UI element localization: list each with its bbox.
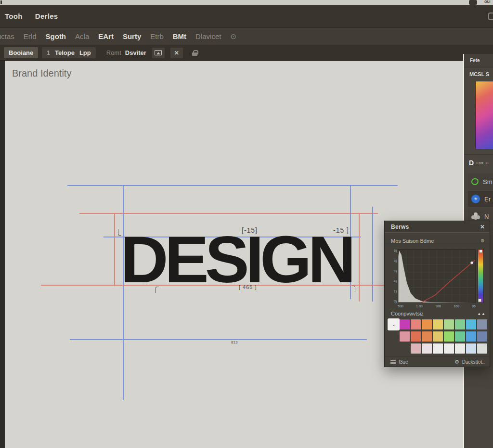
- guide-blue-horizontal-top[interactable]: [67, 185, 398, 186]
- left-edge-strip: [0, 61, 5, 448]
- menu-item-surty[interactable]: Surty: [123, 32, 141, 40]
- swatches-title: Coonpvwvtsiz: [391, 311, 424, 316]
- tool-label: Erot: [476, 161, 483, 165]
- color-picker-gradient[interactable]: [475, 81, 493, 149]
- guide-blue-vertical-far-right[interactable]: [372, 207, 373, 302]
- gray-cloud-icon: [474, 212, 478, 216]
- toolbar-button-2[interactable]: Lpp: [79, 49, 91, 56]
- lock-button[interactable]: [189, 48, 201, 58]
- sidebar-item-0[interactable]: Sm: [468, 173, 493, 190]
- swatch[interactable]: [400, 319, 410, 329]
- swatch[interactable]: [411, 343, 421, 354]
- swatch[interactable]: [455, 331, 465, 342]
- swatch[interactable]: [466, 319, 476, 329]
- footer-right-label: Dacksttot..: [462, 359, 485, 365]
- x-tick: 160: [454, 304, 459, 308]
- footer-left[interactable]: I3ue: [390, 359, 408, 365]
- swatch[interactable]: [477, 331, 487, 342]
- menu-item-⊙[interactable]: ⊙: [230, 32, 236, 41]
- swatch[interactable]: [477, 319, 487, 329]
- user-mark: ✳: [474, 197, 478, 201]
- menu-item-eart[interactable]: EArt: [98, 32, 114, 40]
- swatch[interactable]: [422, 343, 432, 354]
- swatch[interactable]: [444, 331, 454, 342]
- x-tick: 188: [435, 304, 441, 308]
- image-button[interactable]: [152, 48, 165, 58]
- swatch[interactable]: [455, 319, 465, 329]
- guide-blue-horizontal-bottom[interactable]: [70, 339, 367, 340]
- toolbar-button-1[interactable]: Telope: [55, 49, 75, 56]
- spectrum-marker-top[interactable]: [479, 250, 482, 253]
- swatch[interactable]: [455, 343, 465, 354]
- curves-chart: 6)8)9)4)1)0) 5001.0018816006: [390, 249, 486, 310]
- menu-item-derles[interactable]: Derles: [35, 12, 58, 20]
- swatch[interactable]: [444, 343, 454, 354]
- toolbar-label-dim: Romt: [106, 49, 121, 56]
- swatch[interactable]: [444, 319, 454, 329]
- menu-item-sgoth[interactable]: Sgoth: [46, 32, 66, 40]
- curve-point[interactable]: [471, 262, 473, 264]
- artboard-title: Brand Identity: [12, 68, 71, 79]
- spectrum-marker-bottom[interactable]: [478, 299, 481, 302]
- menu-item-bmt[interactable]: BMt: [173, 32, 186, 40]
- menu-item-erld[interactable]: Erld: [24, 32, 37, 40]
- blue-user-icon: ✳: [471, 195, 480, 203]
- curves-plot[interactable]: [398, 249, 476, 303]
- panel-footer: I3ue ⚙ Dacksttot..: [385, 356, 490, 368]
- footer-right[interactable]: ⚙ Dacksttot..: [454, 359, 485, 365]
- sidebar-item-1[interactable]: ✳ Er: [468, 191, 493, 207]
- close-icon: ✕: [174, 50, 179, 56]
- bracket-mark: [118, 229, 121, 236]
- divider: [464, 154, 493, 155]
- swatch[interactable]: [422, 331, 432, 342]
- curves-svg: [398, 250, 475, 303]
- swatch[interactable]: [400, 331, 410, 342]
- swatch[interactable]: [433, 331, 443, 342]
- chevron-down-icon[interactable]: ▼: [482, 343, 487, 348]
- layer-count-button[interactable]: 1: [47, 50, 50, 56]
- swatch-selected[interactable]: -: [389, 319, 399, 329]
- expand-up-icon[interactable]: ▲▲: [477, 312, 486, 316]
- corner-mark: [0, 0, 2, 4]
- x-tick: 500: [398, 304, 403, 308]
- y-tick: 9): [390, 269, 397, 273]
- menu-item-uctas[interactable]: uctas: [0, 32, 14, 40]
- guide-red-vertical-left[interactable]: [114, 213, 115, 286]
- swatch[interactable]: [466, 343, 476, 354]
- image-icon: [155, 50, 162, 55]
- swatch[interactable]: [411, 319, 421, 329]
- tab-active[interactable]: Booiane: [4, 47, 38, 58]
- settings-gear-icon[interactable]: ⚙: [480, 238, 485, 243]
- sidebar-item-label: Sm: [483, 178, 493, 185]
- toolbar: Booiane 1 Telope Lpp Romt Dsviter ✕: [0, 45, 493, 61]
- footer-left-label: I3ue: [399, 359, 408, 365]
- menu-item-etrb[interactable]: Etrb: [150, 32, 164, 40]
- swatch[interactable]: [433, 319, 443, 329]
- panel-titlebar[interactable]: Berws ✕: [385, 221, 490, 233]
- gear-icon: ⚙: [454, 359, 459, 365]
- swatches-header-row: Coonpvwvtsiz ▲▲: [385, 311, 490, 316]
- spectrum-bar[interactable]: [478, 249, 484, 303]
- app-window-icon[interactable]: [488, 13, 493, 20]
- delete-button[interactable]: ✕: [170, 48, 183, 58]
- menu-item-dlavicet[interactable]: Dlavicet: [195, 32, 221, 40]
- close-button[interactable]: ✕: [480, 224, 485, 230]
- sidebar-tool-row[interactable]: D Erot H: [469, 159, 489, 167]
- menu-item-acla[interactable]: Acla: [75, 32, 89, 40]
- swatch[interactable]: [466, 331, 476, 342]
- d-tool-icon: D: [469, 159, 474, 167]
- top-right-text: GUI: [484, 0, 490, 3]
- guide-red-vertical-right[interactable]: [359, 213, 360, 302]
- swatch[interactable]: [411, 331, 421, 342]
- guide-red-horizontal-top[interactable]: [79, 213, 378, 214]
- toolbar-label-bright[interactable]: Dsviter: [125, 49, 146, 56]
- menubar-primary: ToohDerles: [0, 5, 493, 28]
- swatch[interactable]: [433, 343, 443, 354]
- panel-title: Berws: [391, 224, 409, 230]
- menu-item-tooh[interactable]: Tooh: [5, 12, 23, 20]
- swatch[interactable]: [422, 319, 432, 329]
- floating-panel: Berws ✕ Mos Saison Bdme ⚙ 6)8)9)4)1)0) 5…: [384, 221, 490, 367]
- headline-text-object[interactable]: DESIGN: [120, 226, 352, 292]
- swatch-grid: -: [389, 319, 487, 354]
- x-tick: 1.00: [416, 304, 423, 308]
